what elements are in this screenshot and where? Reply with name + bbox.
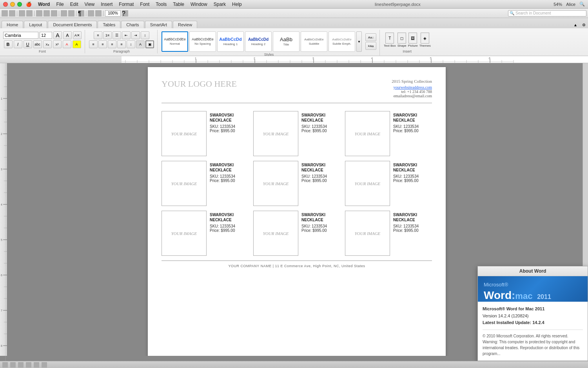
paste-icon[interactable]: [51, 10, 57, 16]
picture-item[interactable]: 🖼 Picture: [408, 33, 418, 47]
font-shrink-btn[interactable]: A: [63, 31, 72, 39]
tab-smartart[interactable]: SmartArt: [145, 21, 172, 28]
redo-icon[interactable]: [68, 10, 74, 16]
status-icon-6[interactable]: [42, 362, 47, 368]
tab-home[interactable]: Home: [2, 21, 23, 28]
about-word-panel: About Word Microsoft® Word:mac 2011 Micr…: [477, 266, 588, 361]
minimize-button[interactable]: [10, 2, 15, 7]
new-icon[interactable]: [2, 10, 8, 16]
align-right-btn[interactable]: ≡: [108, 40, 116, 48]
menu-file[interactable]: File: [56, 2, 64, 7]
styles-btn[interactable]: ≡Aa: [365, 42, 376, 50]
menu-format[interactable]: Format: [119, 2, 134, 7]
status-icon-1[interactable]: [2, 362, 8, 368]
about-copyright-text: © 2010 Microsoft Corporation. All rights…: [483, 333, 583, 339]
list-icon[interactable]: [88, 10, 94, 16]
save-icon[interactable]: [19, 10, 25, 16]
style-subtle-emph[interactable]: AaBbCcDdEe Subtle Emph.: [328, 31, 355, 52]
ribbon-group-styles: AaBbCcDdEe Normal AaBbCcDdEe No Spacing …: [161, 30, 380, 56]
highlight-btn[interactable]: A: [73, 40, 81, 48]
menu-help[interactable]: Help: [232, 2, 242, 7]
style-heading2[interactable]: AaBbCcDd Heading 2: [245, 31, 272, 52]
align-left-btn[interactable]: ≡: [89, 40, 98, 48]
paragraph-icon[interactable]: ¶: [78, 10, 84, 16]
product-item-1: YOUR IMAGE SWAROVSKI NECKLACE SKU: 12335…: [162, 111, 249, 156]
menu-view[interactable]: View: [84, 2, 94, 7]
ribbon-settings-btn[interactable]: ⚙: [580, 22, 588, 28]
font-name-input[interactable]: Cambria: [3, 32, 38, 39]
outline-list-btn[interactable]: ☰: [113, 31, 121, 39]
change-styles-btn[interactable]: Aa↓: [365, 33, 376, 41]
menu-insert[interactable]: Insert: [101, 2, 113, 7]
themes-item[interactable]: ◈ Themes: [419, 33, 431, 47]
menu-word[interactable]: Word: [38, 2, 50, 7]
menu-window[interactable]: Window: [191, 2, 207, 7]
styles-expand-btn[interactable]: ▼: [356, 31, 362, 52]
close-button[interactable]: [3, 2, 8, 7]
open-icon[interactable]: [9, 10, 15, 16]
tab-charts[interactable]: Charts: [121, 21, 144, 28]
justify-btn[interactable]: ≡: [117, 40, 126, 48]
font-grow-btn[interactable]: A: [53, 31, 62, 39]
style-heading1[interactable]: AaBbCcDd Heading 1: [217, 31, 244, 52]
menu-table[interactable]: Table: [173, 2, 184, 7]
align-center-btn[interactable]: ≡: [98, 40, 107, 48]
undo-icon[interactable]: [61, 10, 67, 16]
borders-btn[interactable]: ▣: [145, 40, 154, 48]
line-spacing-btn[interactable]: ↕: [127, 40, 135, 48]
shape-item[interactable]: ◻ Shape: [397, 33, 407, 47]
about-warning-text: Warning: This computer is protected by c…: [483, 339, 583, 357]
increase-indent-btn[interactable]: ⇥: [131, 31, 140, 39]
website-link[interactable]: yourwebsiteaddress.com: [392, 85, 432, 89]
ribbon-tabs: Home Layout Document Elements Tables Cha…: [0, 18, 588, 28]
status-icon-5[interactable]: [34, 362, 39, 368]
clear-format-btn[interactable]: A✕: [73, 31, 82, 39]
zoom-icon[interactable]: ?: [122, 10, 128, 16]
sort-btn[interactable]: ↕: [141, 31, 149, 39]
status-icon-3[interactable]: [18, 362, 24, 368]
svg-text:5: 5: [1, 239, 2, 241]
shading-btn[interactable]: A: [136, 40, 145, 48]
print-icon[interactable]: [26, 10, 33, 16]
tab-layout[interactable]: Layout: [24, 21, 47, 28]
product-image-8: YOUR IMAGE: [253, 211, 298, 256]
menu-apple[interactable]: 🍎: [26, 2, 32, 7]
window-controls[interactable]: [3, 2, 22, 7]
style-title[interactable]: AaBb Title: [273, 31, 299, 52]
superscript-btn[interactable]: X²: [53, 40, 62, 48]
ribbon-collapse-btn[interactable]: ▲: [571, 22, 580, 28]
italic-btn[interactable]: I: [14, 40, 22, 48]
menu-spark[interactable]: Spark: [214, 2, 226, 7]
tab-tables[interactable]: Tables: [98, 21, 120, 28]
tab-review[interactable]: Review: [173, 21, 197, 28]
menu-tools[interactable]: Tools: [156, 2, 167, 7]
style-normal[interactable]: AaBbCcDdEe Normal: [162, 31, 188, 52]
ruler-scale: 1 2 3 4: [122, 56, 588, 63]
font-color-btn[interactable]: A: [63, 40, 71, 48]
tab-document-elements[interactable]: Document Elements: [48, 21, 97, 28]
menu-edit[interactable]: Edit: [70, 2, 78, 7]
underline-btn[interactable]: U: [24, 40, 32, 48]
zoom-input[interactable]: [105, 10, 121, 16]
copy-icon[interactable]: [44, 10, 50, 16]
status-icon-4[interactable]: [26, 362, 31, 368]
menu-font[interactable]: Font: [140, 2, 149, 7]
decrease-indent-btn[interactable]: ⇤: [122, 31, 131, 39]
cut-icon[interactable]: [36, 10, 42, 16]
bullet-list-btn[interactable]: ≡: [94, 31, 102, 39]
style-subtitle[interactable]: AaBbCcDdEe Subtitle: [301, 31, 327, 52]
ribbon-group-font: Cambria 12 A A A✕ B I U abc X₂ X² A A Fo: [2, 30, 85, 53]
product-name-3: SWAROVSKI NECKLACE: [393, 113, 432, 123]
maximize-button[interactable]: [17, 2, 22, 7]
strikethrough-btn[interactable]: abc: [33, 40, 42, 48]
textbox-item[interactable]: T Text Box: [384, 33, 396, 47]
numbered-list-btn[interactable]: 1≡: [103, 31, 112, 39]
font-size-input[interactable]: 12: [40, 32, 52, 39]
status-icon-2[interactable]: [10, 362, 16, 368]
svg-text:1: 1: [195, 57, 196, 60]
style-no-spacing[interactable]: AaBbCcDdEe No Spacing: [189, 31, 216, 52]
subscript-btn[interactable]: X₂: [43, 40, 52, 48]
bold-btn[interactable]: B: [4, 40, 13, 48]
indent-icon[interactable]: [95, 10, 102, 16]
search-icon[interactable]: 🔍: [579, 2, 585, 7]
